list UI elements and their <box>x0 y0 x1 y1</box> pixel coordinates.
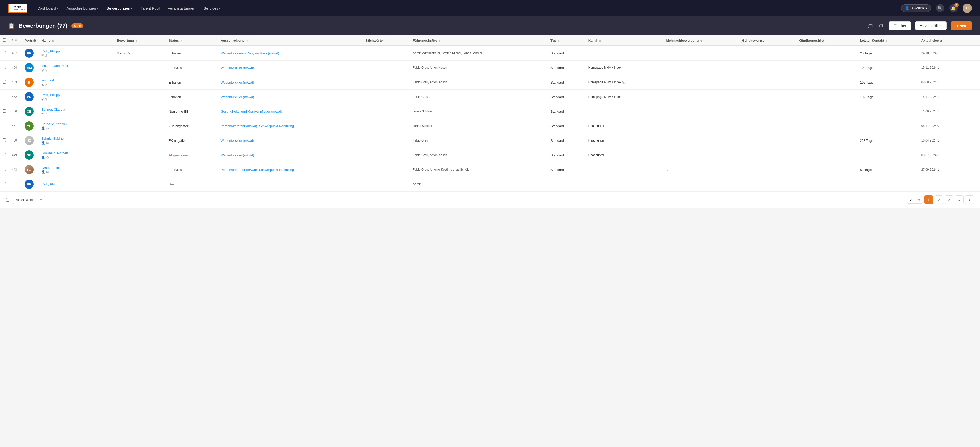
col-fuhrung[interactable]: Führungskräfte ⇅ <box>410 35 548 46</box>
page-btn-1[interactable]: 1 <box>924 195 933 204</box>
page-size-select[interactable]: 20 50 100 <box>907 196 923 204</box>
row-checkbox-7[interactable] <box>3 153 6 156</box>
page-btn-3[interactable]: 3 <box>945 195 953 204</box>
schnellfilter-button[interactable]: ▾ Schnellfilter <box>915 21 947 30</box>
footer-select-all[interactable] <box>6 198 10 201</box>
row-checkbox-0[interactable] <box>3 51 6 54</box>
page-btn-next[interactable]: > <box>965 195 974 204</box>
row-bewertung <box>115 104 166 119</box>
ausschreibung-link[interactable]: Webentwickler (m/w/d) <box>221 66 254 70</box>
ausschreibung-link[interactable]: Gesundheits- und Krankenpfleger (m/w/d) <box>221 110 282 113</box>
col-ausschreibung[interactable]: Ausschreibung ⇅ <box>218 35 363 46</box>
row-ausschreibung: Webentwickler (m/w/d) <box>218 61 363 75</box>
ausschreibung-link[interactable]: Personalreferent (m/w/d), Schwerpunkt Re… <box>221 124 294 128</box>
row-bewertung <box>115 163 166 177</box>
partial-name-link[interactable]: Reik, Phili... <box>41 182 59 186</box>
col-aktualisiert[interactable]: Aktualisiert a <box>919 35 980 46</box>
row-kanal <box>586 163 664 177</box>
row-mehrfach <box>663 75 739 89</box>
ausschreibung-link[interactable]: Webentwickler (m/w/d) <box>221 95 254 99</box>
row-name-link[interactable]: Reik, Philipp <box>41 93 60 97</box>
table-row: 456CB Banner, Claudia ✉✉ Neu ohne EB Ges… <box>0 104 980 119</box>
col-kundigung: Kündigungsfrist <box>796 35 857 46</box>
row-mehrfach <box>663 61 739 75</box>
row-status: FK negativ <box>166 133 218 148</box>
row-stichworter <box>363 163 410 177</box>
row-letzter <box>857 148 918 163</box>
row-name-link[interactable]: Großhain, Norbert <box>41 151 68 155</box>
nav-link-ausschreibungen[interactable]: Ausschreibungen ▾ <box>67 6 99 11</box>
row-bewertung: 3.7 ★ (2) <box>115 46 166 61</box>
col-gehalt: Gehaltswunsch <box>739 35 796 46</box>
col-stichworter: Stichwörter <box>363 35 410 46</box>
row-kanal: Homepage MHM / Index <box>586 89 664 104</box>
contact-icon: ◉ <box>41 97 44 101</box>
aktion-select[interactable]: Aktion wählen <box>13 196 45 204</box>
col-mehrfach[interactable]: Mehrfachbewerbung ⇅ <box>663 35 739 46</box>
ausschreibung-link[interactable]: Webentwickler (m/w/d) <box>221 80 254 84</box>
row-checkbox-3[interactable] <box>3 95 6 98</box>
row-checkbox-1[interactable] <box>3 65 6 69</box>
row-typ: Standard <box>548 133 586 148</box>
row-id: 450 <box>9 133 22 148</box>
row-checkbox-4[interactable] <box>3 109 6 113</box>
row-name-link[interactable]: test, test <box>41 78 54 82</box>
row-checkbox-5[interactable] <box>3 124 6 127</box>
row-name-link[interactable]: Schulz, Sabine <box>41 137 64 140</box>
ausschreibung-link[interactable]: Webentwickler (m/w/d) <box>221 153 254 157</box>
row-name-link[interactable]: Reik, Philipp <box>41 49 60 53</box>
row-checkbox-2[interactable] <box>3 80 6 83</box>
row-checkbox-6[interactable] <box>3 139 6 142</box>
tag-icon-button[interactable]: 🏷 <box>867 22 874 30</box>
row-checkbox-partial[interactable] <box>3 182 6 185</box>
col-kanal[interactable]: Kanal ⇅ <box>586 35 664 46</box>
table-row-partial: PR Reik, Phili... Bek Admin <box>0 177 980 192</box>
contact-icon: ◎ <box>46 156 49 159</box>
filter-icon: ☰ <box>894 24 897 28</box>
row-name-link[interactable]: Brüderle, Yannick <box>41 122 67 126</box>
chevron-down-icon: ▾ <box>925 6 927 10</box>
schnellfilter-label: Schnellfilter <box>923 24 942 28</box>
row-stichworter <box>363 119 410 133</box>
row-name-cell: Großhain, Norbert 👤◎ <box>39 148 115 163</box>
page-title-area: 📋 Bewerbungen (77) 51 <box>8 22 83 29</box>
col-id[interactable]: # ⇅ <box>9 35 22 46</box>
settings-icon-button[interactable]: ⚙ <box>878 22 885 30</box>
row-name-link[interactable]: Banner, Claudia <box>41 107 65 111</box>
logo[interactable]: MHM MHM-HR.COM <box>8 3 27 13</box>
col-bewertung[interactable]: Bewertung ⇅ <box>115 35 166 46</box>
row-checkbox-8[interactable] <box>3 168 6 171</box>
col-letzter[interactable]: Letzter Kontakt ⇅ <box>857 35 918 46</box>
row-id: 463 <box>9 75 22 89</box>
nav-link-services[interactable]: Services ▾ <box>204 6 221 11</box>
page-btn-4[interactable]: 4 <box>955 195 964 204</box>
ausschreibung-link[interactable]: Webentwickler/in Ruby on Rails (m/w/d) <box>221 51 279 55</box>
table-row: 462PR Reik, Philipp ◉◎ Erhalten Webentwi… <box>0 89 980 104</box>
nav-link-dashboard[interactable]: Dashboard ▾ <box>37 6 58 11</box>
row-portrait: SZ <box>22 133 39 148</box>
filter-button[interactable]: ☰ Filter <box>889 21 911 30</box>
row-ausschreibung: Webentwickler (m/w/d) <box>218 133 363 148</box>
contact-icon: ✉ <box>41 112 44 115</box>
row-fuhrung: Fabio Grau <box>410 133 548 148</box>
new-button[interactable]: + Neu <box>951 21 972 30</box>
row-name-link[interactable]: Grau, Fabio <box>41 166 59 169</box>
nav-link-talent-pool[interactable]: Talent Pool <box>141 6 159 11</box>
avatar[interactable]: U <box>963 3 972 13</box>
ausschreibung-link[interactable]: Personalreferent (m/w/d), Schwerpunkt Re… <box>221 168 294 172</box>
col-status[interactable]: Status ⇅ <box>166 35 218 46</box>
row-name-link[interactable]: Mustermann, Max <box>41 64 68 68</box>
select-all-checkbox[interactable] <box>3 38 6 42</box>
ausschreibung-link[interactable]: Webentwickler (m/w/d) <box>221 139 254 142</box>
row-name-cell: Grau, Fabio 👤◎ <box>39 163 115 177</box>
col-typ[interactable]: Typ ⇅ <box>548 35 586 46</box>
filter-label: Filter <box>898 24 906 28</box>
col-name[interactable]: Name ⇅ <box>39 35 115 46</box>
row-aktualisiert: 08.08.2024 1 <box>919 75 980 89</box>
nav-link-veranstaltungen[interactable]: Veranstaltungen <box>168 6 195 11</box>
roles-button[interactable]: 👤 8 Rollen ▾ <box>901 4 931 12</box>
alert-dot <box>79 25 81 27</box>
nav-link-bewerbungen[interactable]: Bewerbungen ▾ <box>107 6 133 11</box>
page-btn-2[interactable]: 2 <box>935 195 943 204</box>
search-button[interactable]: 🔍 <box>936 4 944 12</box>
